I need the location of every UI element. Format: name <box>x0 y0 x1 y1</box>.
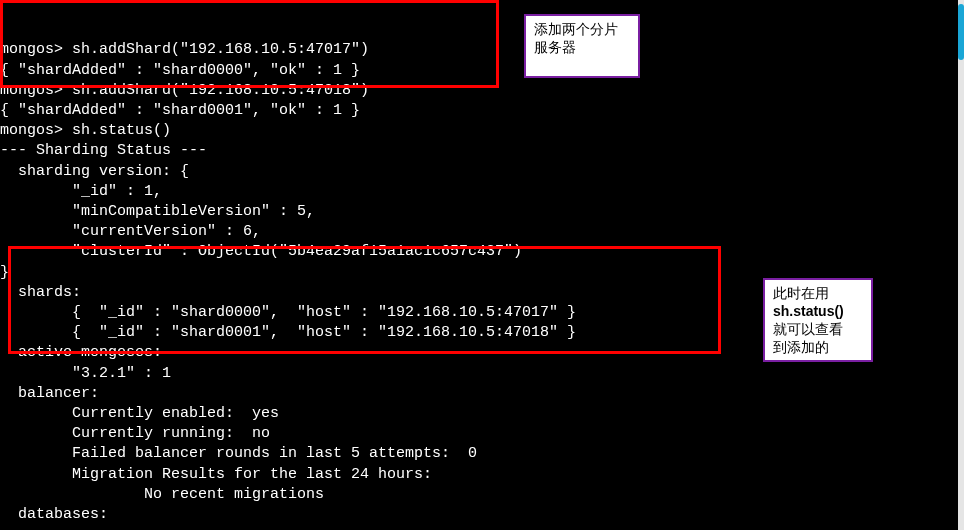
highlight-box-shards <box>8 246 721 354</box>
highlight-box-addshard <box>0 0 499 88</box>
annotation-status: 此时在用sh.status()就可以查看到添加的 <box>763 278 873 362</box>
scrollbar-thumb[interactable] <box>958 4 964 60</box>
annotation-addshard: 添加两个分片服务器 <box>524 14 640 78</box>
